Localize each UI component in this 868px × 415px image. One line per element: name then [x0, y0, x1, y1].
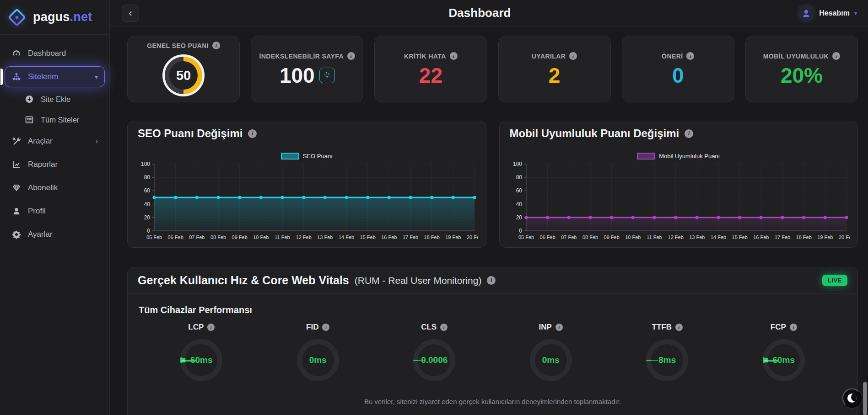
svg-text:07 Feb: 07 Feb — [189, 234, 205, 240]
page-title: Dashboard — [110, 6, 850, 20]
svg-text:09 Feb: 09 Feb — [232, 234, 248, 240]
account-menu[interactable]: Hesabım ▾ — [798, 5, 857, 21]
svg-text:14 Feb: 14 Feb — [710, 234, 726, 240]
info-icon[interactable]: i — [212, 42, 220, 49]
svg-text:40: 40 — [516, 201, 522, 208]
vital-cls: CLS i 0.0006 — [376, 323, 493, 381]
user-icon — [11, 207, 22, 216]
refresh-button[interactable] — [319, 68, 335, 83]
theme-toggle-button[interactable] — [842, 388, 862, 408]
rum-title: Gerçek Kullanıcı Hız & Core Web Vitals — [138, 274, 349, 287]
svg-text:19 Feb: 19 Feb — [445, 234, 461, 240]
vital-value: 0ms — [530, 339, 572, 381]
svg-text:13 Feb: 13 Feb — [317, 234, 333, 240]
sidebar-item-dashboard[interactable]: Dashboard — [5, 43, 105, 64]
sitemap-icon — [11, 72, 22, 81]
sidebar-item-tum-siteler[interactable]: Tüm Siteler — [5, 110, 105, 129]
brand[interactable]: pagus.net — [0, 0, 109, 35]
stat-value: 22 — [419, 65, 442, 86]
vital-inp: INP i 0ms — [493, 323, 609, 381]
sidebar-item-site-ekle[interactable]: Site Ekle — [5, 90, 105, 109]
svg-text:15 Feb: 15 Feb — [732, 234, 747, 240]
main-content: GENEL SEO PUANI i 50 İNDEKSLENEBİLİR SAY… — [110, 27, 868, 415]
stat-value: 100 — [280, 65, 315, 86]
chart-header: SEO Puanı Değişimi i — [128, 121, 486, 146]
svg-text:15 Feb: 15 Feb — [360, 234, 376, 240]
vital-value: 60ms — [180, 339, 222, 381]
chart-title: SEO Puanı Değişimi — [138, 127, 243, 140]
avatar — [798, 5, 814, 21]
charts-row: SEO Puanı Değişimi i SEO Puanı 020406080… — [127, 121, 858, 248]
stat-value: 20% — [781, 65, 823, 86]
info-icon[interactable]: i — [450, 52, 458, 60]
info-icon[interactable]: i — [440, 324, 447, 331]
rum-card: Gerçek Kullanıcı Hız & Core Web Vitals (… — [127, 267, 858, 415]
list-icon — [24, 115, 34, 124]
info-icon[interactable]: i — [832, 52, 840, 60]
vital-label: FCP i — [771, 323, 797, 332]
stat-title: GENEL SEO PUANI i — [147, 42, 220, 50]
stat-card: UYARILAR i 2 — [498, 36, 611, 102]
mobile-score-chart-card: Mobil Uyumluluk Puanı Değişimi i Mobil U… — [499, 121, 858, 248]
info-icon[interactable]: i — [569, 52, 577, 60]
user-icon — [801, 8, 811, 18]
info-icon[interactable]: i — [686, 52, 694, 60]
moon-icon — [847, 394, 857, 403]
stat-title: İNDEKSLENEBİLİR SAYFA i — [259, 52, 355, 61]
vital-value: 8ms — [646, 339, 688, 381]
svg-text:08 Feb: 08 Feb — [582, 234, 598, 240]
sidebar: pagus.net Dashboard Sitelerim ▾ Site Ekl… — [0, 0, 110, 415]
vital-lcp: LCP i 60ms — [143, 323, 260, 381]
vital-ttfb: TTFB i 8ms — [609, 323, 726, 381]
vitals-row: LCP i 60ms FID i 0ms CLS i — [128, 320, 857, 381]
account-label: Hesabım — [819, 9, 850, 17]
vital-fid: FID i 0ms — [260, 323, 377, 381]
legend-swatch — [637, 153, 655, 160]
info-icon[interactable]: i — [322, 324, 329, 331]
chart-body: Mobil Uyumluluk Puanı 02040608010005 Feb… — [500, 146, 858, 247]
svg-text:10 Feb: 10 Feb — [253, 234, 269, 240]
rum-footnote: Bu veriler, sitenizi ziyaret eden gerçek… — [128, 398, 857, 405]
sidebar-item-ayarlar[interactable]: Ayarlar — [5, 224, 105, 245]
brand-name: pagus.net — [33, 10, 92, 24]
sidebar-item-sitelerim[interactable]: Sitelerim ▾ — [5, 66, 105, 87]
svg-text:60: 60 — [516, 187, 522, 194]
svg-text:100: 100 — [512, 161, 522, 167]
sidebar-item-raporlar[interactable]: Raporlar — [5, 154, 105, 175]
stat-value: 2 — [549, 65, 561, 86]
info-icon[interactable]: i — [555, 324, 563, 331]
vital-label: FID i — [306, 323, 329, 332]
svg-text:06 Feb: 06 Feb — [168, 234, 183, 240]
svg-text:07 Feb: 07 Feb — [561, 234, 577, 240]
svg-text:18 Feb: 18 Feb — [424, 234, 440, 240]
info-icon[interactable]: i — [248, 129, 257, 138]
vital-label: INP i — [539, 323, 563, 332]
info-icon[interactable]: i — [347, 52, 355, 60]
chevron-right-icon: › — [96, 138, 98, 145]
info-icon[interactable]: i — [487, 276, 496, 285]
scrollbar-thumb[interactable] — [863, 382, 867, 415]
vital-value: 0.0006 — [413, 339, 455, 381]
rum-header: Gerçek Kullanıcı Hız & Core Web Vitals (… — [128, 267, 857, 294]
svg-text:11 Feb: 11 Feb — [647, 234, 662, 240]
sidebar-item-abonelik[interactable]: Abonelik — [5, 177, 105, 198]
stat-title: ÖNERİ i — [662, 52, 694, 61]
info-icon[interactable]: i — [790, 324, 797, 331]
svg-text:0: 0 — [519, 228, 522, 234]
back-button[interactable]: ‹ — [122, 5, 139, 22]
rum-subtitle: (RUM - Real User Monitoring) — [355, 275, 482, 286]
svg-text:05 Feb: 05 Feb — [146, 234, 162, 240]
stat-card: MOBİL UYUMLULUK i 20% — [745, 36, 858, 102]
svg-text:19 Feb: 19 Feb — [817, 234, 833, 240]
info-icon[interactable]: i — [685, 129, 693, 138]
svg-text:05 Feb: 05 Feb — [518, 234, 534, 240]
info-icon[interactable]: i — [675, 324, 683, 331]
sidebar-item-araclar[interactable]: Araçlar › — [5, 131, 105, 152]
vital-label: CLS i — [421, 323, 447, 332]
sidebar-item-profil[interactable]: Profil — [5, 201, 105, 222]
svg-text:13 Feb: 13 Feb — [689, 234, 705, 240]
stat-title: KRİTİK HATA i — [404, 52, 458, 61]
stat-title: MOBİL UYUMLULUK i — [763, 52, 840, 61]
chart-legend: SEO Puanı — [134, 153, 480, 160]
info-icon[interactable]: i — [207, 324, 215, 331]
